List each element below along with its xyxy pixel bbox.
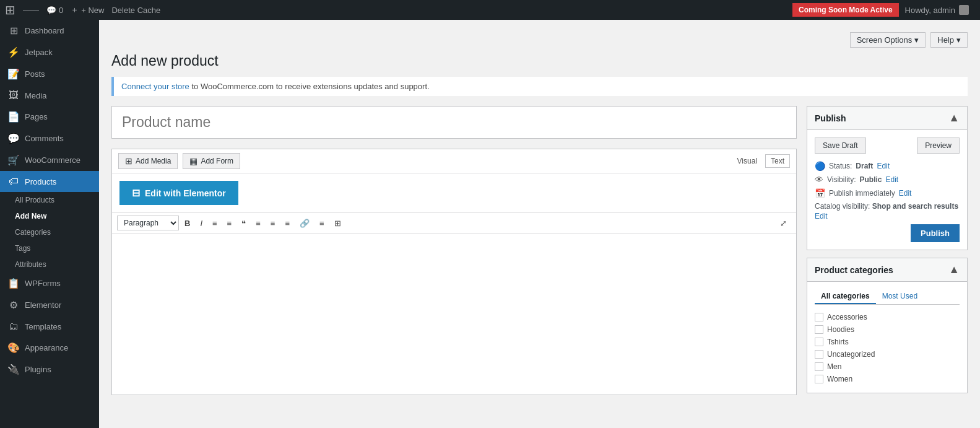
visibility-edit-link[interactable]: Edit	[885, 175, 898, 184]
comments-link[interactable]: 💬 0	[46, 6, 63, 15]
edit-with-elementor-button[interactable]: ⊟ Edit with Elementor	[119, 181, 238, 205]
publish-footer: Publish	[815, 224, 960, 242]
visual-tab[interactable]: Visual	[732, 154, 763, 168]
page-title: Add new product	[111, 53, 968, 69]
publish-button[interactable]: Publish	[911, 224, 960, 242]
elementor-btn-wrap: ⊟ Edit with Elementor	[112, 173, 796, 213]
status-value: Draft	[856, 162, 873, 170]
add-form-button[interactable]: ▦ Add Form	[183, 153, 240, 169]
sidebar-icon: ⚡	[7, 46, 20, 58]
category-item: Hoodies	[815, 323, 960, 336]
sidebar-item-tags[interactable]: Tags	[0, 240, 99, 256]
editor-area: ⊞ Add Media ▦ Add Form Visual Text	[111, 149, 797, 395]
sidebar-item-attributes[interactable]: Attributes	[0, 256, 99, 273]
sidebar-label: Add New	[15, 212, 46, 221]
sidebar-item-media[interactable]: 🖼Media	[0, 85, 99, 106]
sidebar-item-elementor[interactable]: ⚙Elementor	[0, 294, 99, 316]
sidebar-item-templates[interactable]: 🗂Templates	[0, 316, 99, 337]
sidebar-label: Plugins	[25, 365, 51, 374]
content-main: ⊞ Add Media ▦ Add Form Visual Text	[111, 106, 797, 401]
notice-link[interactable]: Connect your store	[121, 82, 189, 91]
sidebar-icon: 🔌	[7, 364, 20, 375]
publish-immediately-edit-link[interactable]: Edit	[899, 189, 912, 198]
sidebar-item-comments[interactable]: 💬Comments	[0, 128, 99, 149]
top-actions: Screen Options ▾ Help ▾	[111, 32, 968, 48]
more-options-button[interactable]: ≡	[315, 217, 329, 230]
sidebar-item-categories[interactable]: Categories	[0, 224, 99, 240]
category-name: Women	[827, 375, 852, 383]
align-left-button[interactable]: ≡	[251, 217, 265, 230]
howdy-label: Howdy, admin	[905, 6, 955, 15]
category-checkbox[interactable]	[815, 375, 823, 383]
sidebar-item-pages[interactable]: 📄Pages	[0, 106, 99, 128]
add-media-button[interactable]: ⊞ Add Media	[118, 153, 178, 169]
screen-options-button[interactable]: Screen Options ▾	[850, 32, 926, 48]
category-checkbox[interactable]	[815, 338, 823, 346]
most-used-tab[interactable]: Most Used	[876, 289, 924, 304]
link-button[interactable]: 🔗	[295, 217, 314, 230]
preview-button[interactable]: Preview	[917, 138, 960, 154]
sidebar-item-appearance[interactable]: 🎨Appearance	[0, 337, 99, 359]
woocommerce-notice: Connect your store to WooCommerce.com to…	[111, 77, 968, 96]
howdy-menu[interactable]: Howdy, admin	[899, 5, 975, 15]
sidebar-item-all-products[interactable]: All Products	[0, 192, 99, 208]
help-button[interactable]: Help ▾	[930, 32, 968, 48]
align-right-button[interactable]: ≡	[280, 217, 294, 230]
ordered-list-button[interactable]: ≡	[223, 217, 236, 230]
new-menu[interactable]: ＋ + New	[71, 4, 104, 15]
fullscreen-button[interactable]: ⤢	[776, 216, 791, 230]
elementor-btn-label: Edit with Elementor	[145, 188, 226, 198]
topbar-right: Coming Soon Mode Active Howdy, admin	[792, 3, 975, 17]
blockquote-button[interactable]: ❝	[237, 217, 250, 230]
italic-button[interactable]: I	[196, 217, 207, 230]
publish-immediately-label: Publish immediately	[829, 189, 895, 198]
sidebar-label: Elementor	[25, 300, 61, 310]
sidebar-item-dashboard[interactable]: ⊞Dashboard	[0, 20, 99, 41]
paragraph-select[interactable]: Paragraph	[117, 216, 179, 230]
sidebar-item-wpforms[interactable]: 📋WPForms	[0, 273, 99, 294]
sidebar-item-woocommerce[interactable]: 🛒WooCommerce	[0, 149, 99, 171]
sidebar: ⊞Dashboard⚡Jetpack📝Posts🖼Media📄Pages💬Com…	[0, 20, 99, 428]
sidebar-label: Jetpack	[25, 48, 53, 57]
product-categories-panel: Product categories ▲ All categories Most…	[807, 258, 968, 393]
editor-body[interactable]	[112, 234, 796, 395]
publish-panel-header[interactable]: Publish ▲	[807, 107, 967, 130]
categories-panel-header[interactable]: Product categories ▲	[807, 258, 967, 282]
product-name-wrap	[111, 106, 797, 139]
sidebar-item-jetpack[interactable]: ⚡Jetpack	[0, 41, 99, 63]
screen-options-label: Screen Options	[857, 35, 913, 45]
bold-button[interactable]: B	[180, 217, 194, 230]
publish-panel-title: Publish	[815, 113, 846, 123]
help-label: Help	[937, 35, 954, 45]
help-chevron-icon: ▾	[956, 35, 961, 45]
visibility-row: 👁 Visibility: Public Edit	[815, 175, 960, 185]
delete-cache-btn[interactable]: Delete Cache	[111, 6, 160, 15]
sidebar-label: Products	[25, 177, 56, 186]
product-name-input[interactable]	[112, 107, 796, 138]
category-checkbox[interactable]	[815, 325, 823, 334]
layout: ⊞Dashboard⚡Jetpack📝Posts🖼Media📄Pages💬Com…	[0, 20, 980, 428]
catalog-visibility-edit-link[interactable]: Edit	[815, 212, 960, 221]
sidebar-item-add-new[interactable]: Add New	[0, 208, 99, 224]
sidebar-icon: 📋	[7, 277, 20, 289]
all-categories-tab[interactable]: All categories	[815, 289, 876, 304]
table-button[interactable]: ⊞	[330, 217, 345, 230]
unordered-list-button[interactable]: ≡	[208, 217, 222, 230]
category-checkbox[interactable]	[815, 313, 823, 321]
category-checkbox[interactable]	[815, 350, 823, 359]
status-edit-link[interactable]: Edit	[877, 162, 890, 170]
text-tab[interactable]: Text	[765, 154, 790, 168]
sidebar-item-products[interactable]: 🏷Products	[0, 171, 99, 192]
main-content: Screen Options ▾ Help ▾ Add new product …	[99, 20, 980, 428]
sidebar-item-plugins[interactable]: 🔌Plugins	[0, 359, 99, 380]
category-item: Women	[815, 373, 960, 385]
sidebar-item-posts[interactable]: 📝Posts	[0, 63, 99, 85]
sidebar-icon: 💬	[7, 133, 20, 144]
sidebar-label: All Products	[15, 196, 54, 204]
align-center-button[interactable]: ≡	[266, 217, 280, 230]
sidebar-label: Pages	[25, 112, 48, 121]
calendar-icon: 📅	[815, 188, 825, 198]
category-checkbox[interactable]	[815, 362, 823, 371]
site-name[interactable]: ——	[23, 6, 39, 15]
save-draft-button[interactable]: Save Draft	[815, 138, 866, 154]
